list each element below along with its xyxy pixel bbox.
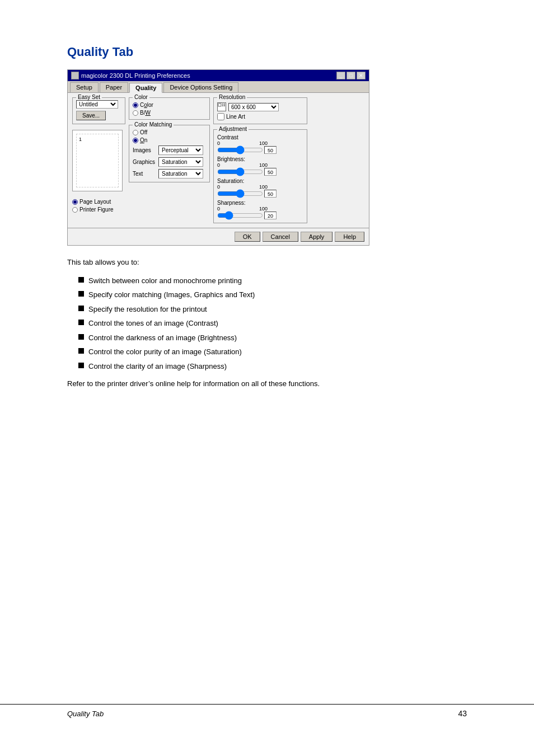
color-matching-label: Color Matching xyxy=(133,121,174,128)
easy-set-label: Easy Set xyxy=(76,94,102,100)
sharpness-slider-container: 20 xyxy=(217,212,303,219)
preview-box: 1 xyxy=(72,130,123,191)
brightness-value: 50 xyxy=(264,168,277,176)
easy-set-select[interactable]: Untitled xyxy=(76,100,118,109)
resolution-group: Resolution 600 x 600 xyxy=(213,97,307,124)
easy-set-group: Easy Set Untitled Save... xyxy=(72,97,125,124)
color-matching-group: Color Matching Off On Images Perceptual xyxy=(129,125,210,182)
contrast-item: Contrast 0 100 50 xyxy=(217,134,303,154)
cm-off-radio[interactable]: Off xyxy=(133,129,206,135)
save-button[interactable]: Save... xyxy=(76,111,106,120)
apply-button[interactable]: Apply xyxy=(301,232,333,242)
printer-figure-label: Printer Figure xyxy=(79,206,114,213)
bullet-icon xyxy=(78,320,84,325)
lineart-checkbox[interactable] xyxy=(217,113,224,120)
cm-off-label: Off xyxy=(140,129,147,135)
dialog-titlebar: magicolor 2300 DL Printing Preferences _… xyxy=(68,70,369,81)
images-select[interactable]: Perceptual xyxy=(158,145,203,155)
sharpness-item: Sharpness: 0 100 20 xyxy=(217,200,303,219)
page-layout-radio[interactable]: Page Layout xyxy=(72,199,125,205)
bullet-list: Switch between color and monochrome prin… xyxy=(78,275,467,372)
page-footer: Quality Tab 43 xyxy=(0,704,534,722)
lineart-label: Line Art xyxy=(226,114,245,120)
brightness-slider[interactable] xyxy=(217,170,263,174)
maximize-button[interactable]: □ xyxy=(346,72,355,79)
bullet-text-6: Control the color purity of an image (Sa… xyxy=(88,346,242,358)
titlebar-buttons: _ □ ✕ xyxy=(336,72,366,79)
color-input[interactable] xyxy=(133,102,138,108)
text-select[interactable]: Saturation xyxy=(158,169,203,179)
brightness-slider-container: 50 xyxy=(217,168,303,176)
bullet-icon xyxy=(78,277,84,283)
page-layout-input[interactable] xyxy=(72,199,78,205)
bullet-text-2: Specify color matching (Images, Graphics… xyxy=(88,289,255,300)
adjustment-group: Adjustment Contrast 0 100 50 Bri xyxy=(213,129,307,223)
tab-device-options[interactable]: Device Options Setting xyxy=(163,82,238,92)
svg-rect-3 xyxy=(224,104,225,105)
svg-rect-4 xyxy=(224,105,225,106)
middle-col: Color Color B/W Color Matching O xyxy=(129,97,210,223)
page-layout-label: Page Layout xyxy=(79,199,111,205)
bw-radio[interactable]: B/W xyxy=(133,110,206,116)
images-label: Images xyxy=(133,147,156,153)
color-option-label: Color xyxy=(140,102,153,108)
tab-quality[interactable]: Quality xyxy=(129,83,162,93)
resolution-group-label: Resolution xyxy=(217,94,247,100)
color-group-label: Color xyxy=(133,94,149,100)
bullet-icon xyxy=(78,306,84,311)
printer-figure-input[interactable] xyxy=(72,207,78,213)
cm-off-input[interactable] xyxy=(133,130,138,135)
close-button[interactable]: ✕ xyxy=(357,72,366,79)
svg-rect-1 xyxy=(222,104,223,105)
adjustment-label: Adjustment xyxy=(217,126,249,132)
bullet-text-7: Control the clarity of an image (Sharpne… xyxy=(88,361,227,372)
bw-input[interactable] xyxy=(133,110,138,116)
tab-setup[interactable]: Setup xyxy=(70,82,99,92)
preview-inner: 1 xyxy=(76,134,119,187)
saturation-label: Saturation: xyxy=(217,178,303,184)
resolution-select[interactable]: 600 x 600 xyxy=(228,103,279,111)
list-item: Control the color purity of an image (Sa… xyxy=(78,346,467,358)
text-label: Text xyxy=(133,171,156,177)
saturation-value: 50 xyxy=(264,190,277,198)
cm-on-input[interactable] xyxy=(133,138,138,143)
contrast-slider[interactable] xyxy=(217,148,263,152)
left-col: Easy Set Untitled Save... 1 xyxy=(72,97,125,223)
tab-paper[interactable]: Paper xyxy=(100,82,128,92)
saturation-slider-container: 50 xyxy=(217,190,303,198)
graphics-select[interactable]: Saturation xyxy=(158,157,203,167)
bullet-text-1: Switch between color and monochrome prin… xyxy=(88,275,242,287)
svg-rect-0 xyxy=(218,104,221,106)
bullet-icon xyxy=(78,334,84,340)
dialog-title: magicolor 2300 DL Printing Preferences xyxy=(81,72,190,79)
bullet-text-3: Specify the resolution for the printout xyxy=(88,304,207,315)
lineart-row: Line Art xyxy=(217,113,303,120)
cm-on-radio[interactable]: On xyxy=(133,137,206,143)
list-item: Control the darkness of an image (Bright… xyxy=(78,332,467,344)
contrast-value: 50 xyxy=(264,146,277,154)
footer-left: Quality Tab xyxy=(67,710,104,718)
cancel-button[interactable]: Cancel xyxy=(263,232,298,242)
dialog-footer: OK Cancel Apply Help xyxy=(68,228,369,245)
sharpness-slider[interactable] xyxy=(217,213,263,218)
bullet-text-4: Control the tones of an image (Contrast) xyxy=(88,318,218,329)
preview-label: 1 xyxy=(79,137,82,142)
bw-option-label: B/W xyxy=(140,110,151,116)
ok-button[interactable]: OK xyxy=(235,232,260,242)
help-button[interactable]: Help xyxy=(335,232,364,242)
sharpness-value: 20 xyxy=(264,212,277,219)
list-item: Specify color matching (Images, Graphics… xyxy=(78,289,467,300)
titlebar-icon xyxy=(71,72,79,79)
saturation-slider[interactable] xyxy=(217,191,263,196)
graphics-row: Graphics Saturation xyxy=(133,157,206,167)
intro-text: This tab allows you to: xyxy=(67,257,467,269)
bullet-icon xyxy=(78,348,84,354)
svg-rect-2 xyxy=(222,105,223,106)
color-radio[interactable]: Color xyxy=(133,102,206,108)
page-container: Quality Tab magicolor 2300 DL Printing P… xyxy=(0,0,534,424)
list-item: Control the clarity of an image (Sharpne… xyxy=(78,361,467,372)
sharpness-label: Sharpness: xyxy=(217,200,303,206)
minimize-button[interactable]: _ xyxy=(336,72,345,79)
dialog-screenshot: magicolor 2300 DL Printing Preferences _… xyxy=(67,69,369,246)
printer-figure-radio[interactable]: Printer Figure xyxy=(72,206,125,213)
